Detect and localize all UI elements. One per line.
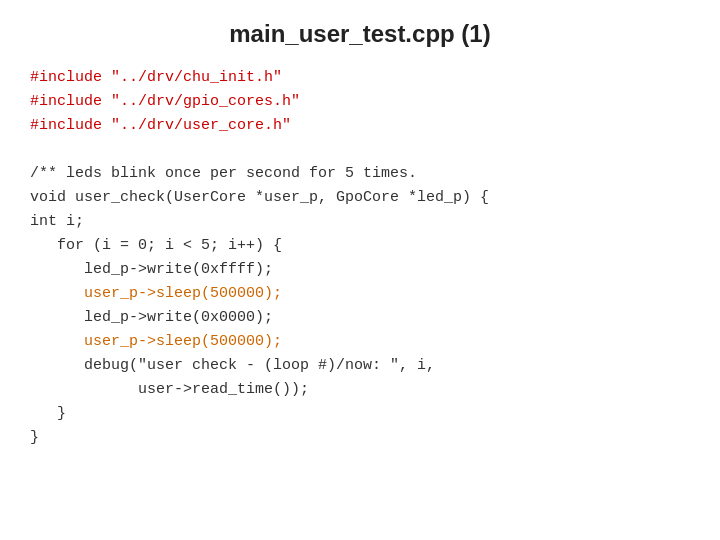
code-line-led_write1: led_p->write(0xffff); (30, 258, 690, 282)
code-line-include1: #include "../drv/chu_init.h" (30, 66, 690, 90)
page-title: main_user_test.cpp (1) (0, 0, 720, 66)
code-line-user_sleep2: user_p->sleep(500000); (30, 330, 690, 354)
code-line-user_sleep1: user_p->sleep(500000); (30, 282, 690, 306)
code-line-for_loop: for (i = 0; i < 5; i++) { (30, 234, 690, 258)
code-line-func_close: } (30, 426, 690, 450)
code-line-debug1: debug("user check - (loop #)/now: ", i, (30, 354, 690, 378)
code-line-include2: #include "../drv/gpio_cores.h" (30, 90, 690, 114)
code-line-int_i: int i; (30, 210, 690, 234)
code-line-comment: /** leds blink once per second for 5 tim… (30, 162, 690, 186)
code-line-debug2: user->read_time()); (30, 378, 690, 402)
code-line-led_write2: led_p->write(0x0000); (30, 306, 690, 330)
code-line-include3: #include "../drv/user_core.h" (30, 114, 690, 138)
code-line-func_sig: void user_check(UserCore *user_p, GpoCor… (30, 186, 690, 210)
code-empty-line (30, 138, 690, 162)
code-container: #include "../drv/chu_init.h"#include "..… (0, 66, 720, 450)
code-line-for_close: } (30, 402, 690, 426)
